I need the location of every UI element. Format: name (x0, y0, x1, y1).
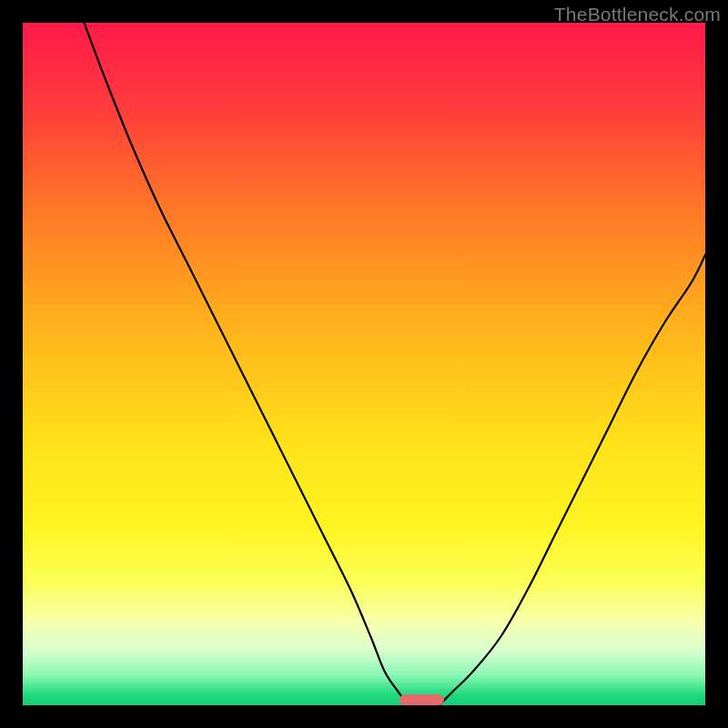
plot-area (23, 23, 705, 705)
curve-right-branch (440, 255, 706, 705)
watermark-text: TheBottleneck.com (554, 4, 721, 25)
bottleneck-curve (23, 23, 705, 705)
curve-left-branch (85, 23, 409, 705)
optimal-marker (399, 694, 444, 705)
chart-frame: TheBottleneck.com (0, 0, 728, 728)
